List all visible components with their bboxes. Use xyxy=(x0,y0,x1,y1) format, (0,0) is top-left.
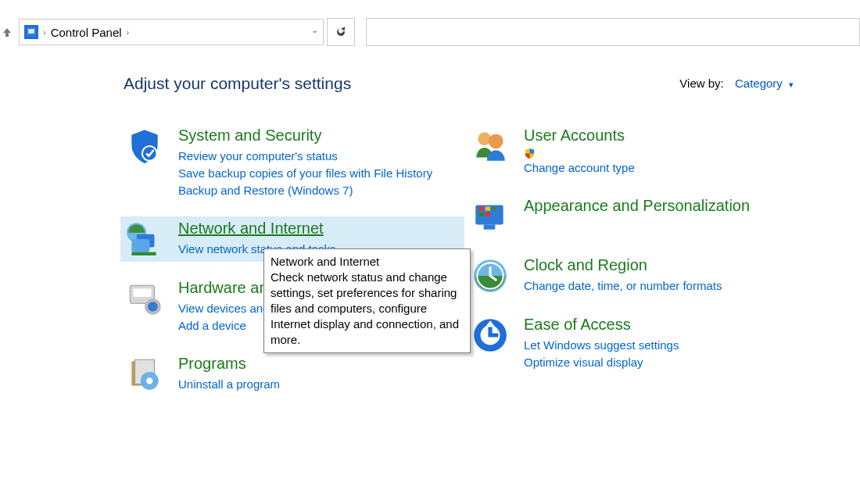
breadcrumb-control-panel[interactable]: Control Panel xyxy=(51,26,122,39)
category-ease-of-access: Ease of AccessLet Windows suggest settin… xyxy=(466,313,810,374)
up-arrow-icon xyxy=(2,27,13,38)
control-panel-icon xyxy=(24,25,38,39)
programs-icon xyxy=(125,355,164,394)
category-link-appearance-and-personalization[interactable]: Appearance and Personalization xyxy=(524,197,750,214)
network-and-internet-icon xyxy=(125,220,164,259)
clock-and-region-icon xyxy=(471,256,510,295)
view-by-value[interactable]: Category xyxy=(735,77,783,90)
uac-shield-icon xyxy=(524,148,536,159)
task-link[interactable]: Optimize visual display xyxy=(524,354,679,371)
task-link[interactable]: Change date, time, or number formats xyxy=(524,277,722,295)
category-link-ease-of-access[interactable]: Ease of Access xyxy=(524,316,631,333)
tooltip-body: Check network status and change settings… xyxy=(271,270,459,346)
chevron-icon: › xyxy=(127,27,130,37)
chevron-icon: › xyxy=(43,27,46,37)
task-link[interactable]: Backup and Restore (Windows 7) xyxy=(178,182,432,199)
task-link[interactable]: Review your computer's status xyxy=(178,148,432,165)
ease-of-access-icon xyxy=(471,316,510,355)
task-link[interactable]: Let Windows suggest settings xyxy=(524,337,679,354)
category-appearance-and-personalization: Appearance and Personalization xyxy=(466,194,810,239)
address-bar[interactable]: › Control Panel › ⌄ xyxy=(19,19,324,45)
category-link-programs[interactable]: Programs xyxy=(178,355,246,372)
task-link[interactable]: Change account type xyxy=(524,148,635,177)
hardware-and-sound-icon xyxy=(125,279,164,318)
category-user-accounts: User AccountsChange account type xyxy=(466,123,810,180)
task-link[interactable]: Save backup copies of your files with Fi… xyxy=(178,165,432,182)
address-dropdown-icon[interactable]: ⌄ xyxy=(311,25,318,35)
appearance-and-personalization-icon xyxy=(471,197,510,236)
category-link-network-and-internet[interactable]: Network and Internet xyxy=(178,220,324,237)
up-button[interactable] xyxy=(0,25,14,39)
category-clock-and-region: Clock and RegionChange date, time, or nu… xyxy=(466,253,810,298)
tooltip: Network and Internet Check network statu… xyxy=(263,248,471,353)
page-title: Adjust your computer's settings xyxy=(124,74,351,93)
chevron-down-icon: ▾ xyxy=(789,80,794,89)
user-accounts-icon xyxy=(471,127,510,166)
search-box[interactable] xyxy=(366,18,860,46)
svg-rect-1 xyxy=(28,29,34,34)
system-and-security-icon xyxy=(125,127,164,166)
refresh-button[interactable] xyxy=(327,18,355,46)
category-programs: ProgramsUninstall a program xyxy=(120,352,464,397)
view-by-label: View by: xyxy=(679,77,723,90)
category-link-clock-and-region[interactable]: Clock and Region xyxy=(524,256,647,273)
view-by[interactable]: View by: Category ▾ xyxy=(679,77,794,90)
category-system-and-security: System and SecurityReview your computer'… xyxy=(120,123,464,202)
category-link-system-and-security[interactable]: System and Security xyxy=(178,127,321,144)
refresh-icon xyxy=(335,26,347,38)
category-link-user-accounts[interactable]: User Accounts xyxy=(524,127,625,144)
tooltip-title: Network and Internet xyxy=(271,255,379,268)
task-link[interactable]: Uninstall a program xyxy=(178,376,280,393)
